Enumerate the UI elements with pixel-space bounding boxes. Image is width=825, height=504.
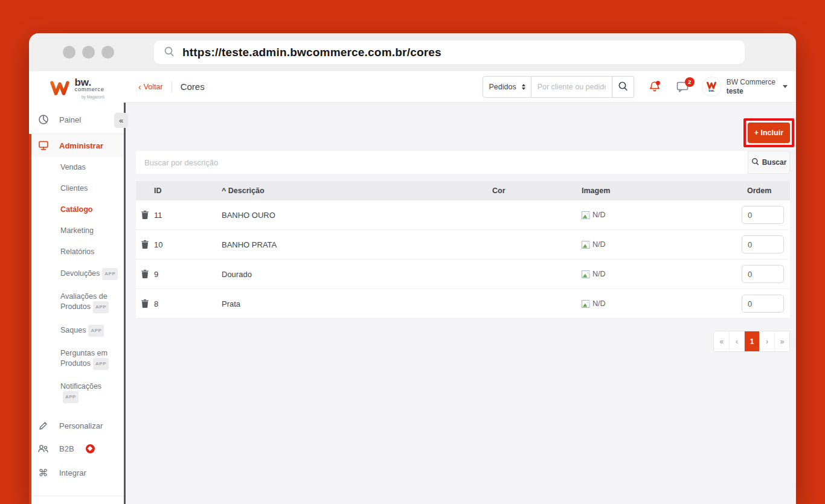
sidebar-item-perguntas[interactable]: Perguntas em ProdutosAPP [60,348,118,370]
chevron-down-icon[interactable] [783,85,788,88]
pagination-first[interactable]: « [714,331,729,351]
annotation-highlight: + Incluir [743,118,794,147]
pagination-prev[interactable]: ‹ [729,331,744,351]
window-control-dot[interactable] [101,46,114,59]
notifications-button[interactable] [649,80,661,93]
order-input[interactable] [742,265,784,283]
sort-asc-icon: ^ [222,187,226,195]
column-header-ordem[interactable]: Ordem [742,187,790,195]
image-cell: N/D [582,240,742,249]
sidebar-item-saques[interactable]: SaquesAPP [60,325,118,337]
page-header: ‹ Voltar Cores Pedidos [125,71,796,103]
window-controls [63,46,114,59]
sidebar-nav: Painel Administrar Vendas Clientes Catál… [29,109,125,504]
address-bar[interactable]: https://teste.admin.bwcommerce.com.br/co… [154,40,745,64]
table-row: 8 Prata N/D [136,289,790,319]
pagination-next[interactable]: › [759,331,774,351]
search-button[interactable]: Buscar [748,151,790,174]
app-badge: APP [63,391,79,403]
people-icon [37,444,49,454]
sidebar-scrollbar[interactable] [124,103,126,504]
logo-byline: by Magazord [74,94,104,100]
monitor-icon [37,140,49,151]
delete-icon[interactable] [136,240,154,249]
back-label: Voltar [144,83,163,91]
sidebar-item-avaliacoes[interactable]: Avaliações de ProdutosAPP [60,292,118,313]
back-button[interactable]: ‹ Voltar [138,83,163,91]
image-cell: N/D [582,211,742,219]
order-input[interactable] [742,206,784,224]
pie-chart-icon [37,114,49,125]
window-control-dot[interactable] [82,46,95,59]
add-button[interactable]: + Incluir [748,123,790,143]
chevron-left-icon: ‹ [138,84,141,90]
column-header-imagem[interactable]: Imagem [582,187,742,195]
main-content: + Incluir Buscar ID ^ Descrição Cor Im [126,103,796,504]
sidebar-item-personalizar[interactable]: Personalizar [29,415,125,436]
table-search-bar: Buscar [136,151,790,174]
window-control-dot[interactable] [63,46,75,59]
bw-logo-icon [50,80,70,98]
pencil-icon [37,421,49,431]
header-search-input[interactable] [531,76,612,98]
messages-count-badge: 2 [685,77,695,87]
image-na-label: N/D [592,211,606,219]
app-badge: APP [93,301,109,313]
sidebar-item-clientes[interactable]: Clientes [60,183,118,193]
sidebar-subnav: Vendas Clientes Catálogo Marketing Relat… [29,162,125,403]
sidebar-item-b2b[interactable]: B2B [29,436,125,461]
sidebar-item-relatorios[interactable]: Relatórios [60,247,118,257]
screenshot-root: { "browser": { "url": "https://teste.adm… [0,0,825,504]
divider [172,81,172,92]
bell-icon [649,80,661,93]
column-header-cor[interactable]: Cor [492,187,582,195]
app-badge: APP [88,325,104,337]
active-section-rail [29,134,31,504]
account-info[interactable]: BW Commerce teste [727,78,775,96]
sidebar-item-label: Integrar [59,468,86,477]
search-icon [164,46,175,59]
delete-icon[interactable] [136,211,154,219]
sidebar-item-marketing[interactable]: Marketing [60,226,118,235]
pagination-last[interactable]: » [774,331,789,351]
sidebar-item-label: Clientes [60,184,88,193]
sidebar-item-administrar[interactable]: Administrar [29,134,125,157]
app-logo[interactable]: bw. commerce by Magazord [29,71,125,107]
account-subname: teste [727,87,775,96]
logo-sub: commerce [74,86,104,92]
image-na-label: N/D [592,270,606,278]
sidebar-item-catalogo[interactable]: Catálogo [60,205,118,214]
sidebar-item-notificacoes[interactable]: NotificaçõesAPP [60,381,118,403]
command-icon: ⌘ [37,467,49,479]
sidebar-item-label: Notificações [60,382,101,391]
messages-button[interactable]: 2 [676,81,689,92]
search-entity-value: Pedidos [489,83,516,91]
sidebar-item-label: Catálogo [60,205,92,214]
order-input[interactable] [742,235,784,254]
sidebar-collapse-button[interactable]: « [114,113,128,128]
bw-logo-icon [706,81,717,89]
app-badge: APP [102,268,118,280]
order-input[interactable] [742,295,784,313]
app-shell: bw. commerce by Magazord « Painel [29,71,796,504]
sidebar-item-devolucoes[interactable]: DevoluçõesAPP [60,268,118,280]
b2b-new-badge-icon [86,444,95,453]
sidebar-item-vendas[interactable]: Vendas [60,162,118,172]
pagination-page-1[interactable]: 1 [744,331,759,351]
sidebar-item-integrar[interactable]: ⌘ Integrar [29,461,125,485]
sidebar-item-label: Personalizar [59,421,103,430]
delete-icon[interactable] [136,270,154,278]
sidebar-item-label: B2B [59,444,74,453]
search-entity-select[interactable]: Pedidos [483,76,531,98]
colors-table: ID ^ Descrição Cor Imagem Ordem 11 BANHO… [136,181,790,319]
column-header-descricao[interactable]: ^ Descrição [222,187,492,195]
delete-icon[interactable] [136,299,154,308]
description-search-input[interactable] [136,151,748,174]
column-header-label: Descrição [228,187,265,195]
header-search-button[interactable] [612,76,634,98]
avatar[interactable]: bw. [702,77,722,97]
row-descricao: Prata [222,299,492,308]
divider [29,496,125,496]
column-header-id[interactable]: ID [154,187,222,195]
sidebar-item-painel[interactable]: Painel [29,109,125,130]
